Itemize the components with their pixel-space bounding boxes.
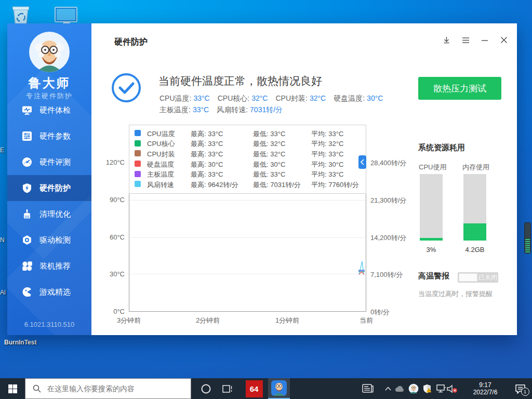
status-headline: 当前硬件温度正常，散热情况良好 [158, 74, 322, 88]
chart-legend: CPU温度最高: 33°C 最低: 33°C平均: 33°C CPU核心最高: … [129, 125, 366, 194]
chart-current-spike [358, 257, 367, 278]
menu-icon[interactable] [461, 36, 470, 44]
legend-row: 风扇转速最高: 9642转/分 最低: 7031转/分平均: 7760转/分 [135, 180, 366, 190]
right-axis-tick: 14,200转/分 [370, 233, 418, 243]
window-controls [442, 36, 509, 44]
taskbar: 64 C [0, 378, 532, 399]
search-input[interactable] [46, 384, 191, 393]
master-lu-taskbar-button[interactable] [268, 378, 290, 399]
metric: 主板温度:33°C [159, 105, 209, 115]
task-view-button[interactable] [218, 378, 237, 399]
legend-collapse-button[interactable] [358, 155, 366, 169]
x-axis-tick: 当前 [348, 316, 384, 325]
cpu-usage-label: CPU使用 [419, 163, 446, 172]
x-axis-tick: 2分钟前 [190, 316, 226, 325]
clock-time: 9:17 [479, 381, 491, 389]
news-interests-button[interactable] [358, 378, 377, 399]
burnintest-icon: 64 [246, 380, 263, 397]
sidebar: 鲁大师 专注硬件防护 硬件体检 硬件参数 硬件评测 [7, 23, 91, 335]
gridline [129, 200, 366, 201]
series-color-chip [135, 171, 141, 177]
master-lu-window: 鲁大师 专注硬件防护 硬件体检 硬件参数 硬件评测 [7, 23, 517, 335]
app-version: 6.1021.3110.510 [7, 321, 91, 328]
notification-center-button[interactable]: 1 [508, 378, 532, 399]
close-icon[interactable] [499, 36, 509, 44]
cpu-usage-bar [420, 174, 443, 241]
sidebar-item-label: 硬件参数 [39, 131, 71, 141]
series-color-chip [135, 181, 141, 187]
series-color-chip [135, 161, 141, 167]
left-axis-tick: 60°C [94, 233, 125, 241]
series-color-chip [135, 150, 141, 156]
left-axis-tick: 30°C [94, 270, 125, 278]
app-name: 鲁大师 [7, 75, 91, 91]
download-icon[interactable] [442, 36, 451, 44]
volume-muted-icon[interactable] [445, 378, 459, 399]
clock-date: 2022/7/6 [473, 389, 498, 396]
alarm-heading: 高温警报 [418, 271, 449, 281]
onedrive-cloud-icon[interactable] [393, 378, 406, 399]
cpu-usage-fill [420, 238, 443, 241]
burnintest-taskbar-button[interactable]: 64 [243, 378, 265, 399]
memory-usage-bar [463, 174, 486, 241]
right-axis-tick: 7,100转/分 [370, 270, 418, 280]
desktop-label-burnintest[interactable]: BurnInTest [4, 339, 36, 346]
sidebar-item-label: 清理优化 [39, 209, 71, 219]
desktop-label-partial: N [0, 236, 5, 244]
gridline [129, 274, 366, 274]
page-title: 硬件防护 [114, 37, 148, 48]
broom-icon [22, 209, 32, 219]
memory-usage-fill [463, 223, 486, 241]
master-lu-tray-icon[interactable] [407, 378, 420, 399]
toggle-knob [459, 273, 477, 282]
master-lu-icon [271, 380, 287, 396]
security-shield-icon[interactable] [420, 378, 434, 399]
right-axis-tick: 21,300转/分 [370, 196, 418, 205]
monitor-pulse-icon [22, 105, 32, 115]
left-axis-tick: 90°C [94, 196, 125, 204]
sidebar-item-label: 硬件防护 [39, 183, 71, 193]
alarm-description: 当温度过高时，报警提醒 [418, 289, 493, 299]
left-axis-tick: 120°C [94, 158, 125, 166]
x-axis-tick: 1分钟前 [269, 316, 305, 325]
legend-row: CPU封装最高: 33°C 最低: 32°C平均: 33°C [135, 149, 366, 159]
metric: 风扇转速:7031转/分 [217, 105, 283, 115]
app-avatar [29, 32, 70, 72]
legend-row: 硬盘温度最高: 30°C 最低: 30°C平均: 30°C [135, 159, 366, 170]
cpu-usage-value: 3% [415, 246, 448, 254]
sidebar-item-hardware-check[interactable]: 硬件体检 [7, 97, 91, 123]
sidebar-item-driver-detect[interactable]: 驱动检测 [7, 227, 91, 253]
cortana-button[interactable] [196, 378, 215, 399]
shield-bolt-icon [22, 183, 32, 193]
sidebar-item-game-picks[interactable]: 游戏精选 [7, 279, 91, 305]
series-color-chip [135, 130, 141, 136]
taskbar-search[interactable] [25, 378, 191, 399]
status-ok-icon [111, 72, 142, 103]
taskbar-clock[interactable]: 9:17 2022/7/6 [469, 378, 501, 399]
minimize-icon[interactable] [480, 36, 489, 44]
desktop-label-partial: E [0, 147, 4, 154]
start-button[interactable] [0, 378, 25, 399]
metric: CPU温度:33°C [159, 94, 210, 103]
series-color-chip [135, 140, 141, 147]
alarm-toggle[interactable]: 已关闭 [458, 272, 498, 283]
gauge-icon [22, 157, 32, 167]
metric: 硬盘温度:30°C [334, 94, 383, 103]
sidebar-item-hardware-benchmark[interactable]: 硬件评测 [7, 149, 91, 175]
notification-badge: 1 [521, 388, 529, 396]
sidebar-item-label: 装机推荐 [39, 261, 71, 271]
main-panel: 硬件防护 当前硬件温度正常，散热情况良好 [91, 23, 517, 335]
sidebar-item-hardware-protection[interactable]: 硬件防护 [7, 175, 91, 201]
nut-icon [22, 235, 32, 245]
gridline [129, 237, 366, 238]
left-axis-tick: 0°C [94, 308, 125, 315]
sidebar-item-build-recommend[interactable]: 装机推荐 [7, 253, 91, 279]
sidebar-item-label: 游戏精选 [39, 287, 71, 297]
resources-heading: 系统资源耗用 [418, 143, 465, 153]
legend-row: 主板温度最高: 33°C 最低: 33°C平均: 33°C [135, 169, 366, 180]
stress-test-button[interactable]: 散热压力测试 [418, 77, 501, 100]
search-icon [33, 384, 41, 393]
sidebar-item-clean-optimize[interactable]: 清理优化 [7, 201, 91, 227]
sidebar-item-hardware-params[interactable]: 硬件参数 [7, 123, 91, 149]
metric: CPU封装:32°C [275, 94, 326, 103]
